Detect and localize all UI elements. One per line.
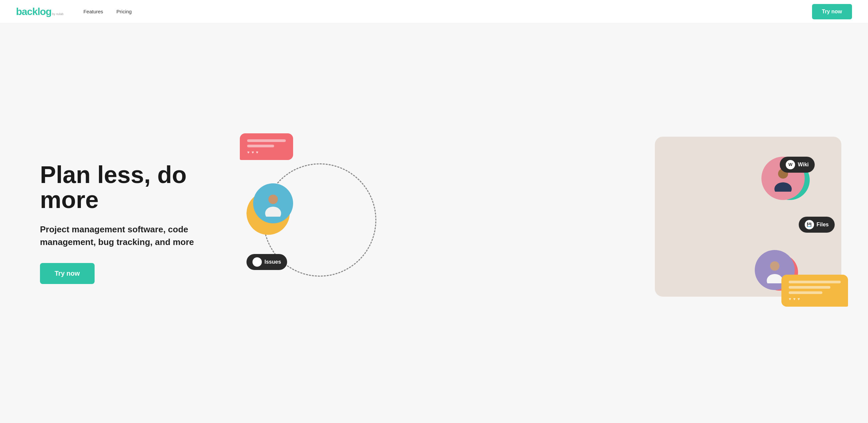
logo[interactable]: backlog by nulab bbox=[16, 6, 63, 17]
files-icon-glyph: 💾 bbox=[807, 222, 812, 227]
pricing-link[interactable]: Pricing bbox=[117, 9, 132, 14]
issues-icon-glyph: ≡ bbox=[256, 260, 258, 264]
chat-y-line-1 bbox=[789, 281, 841, 283]
chat-line-2 bbox=[247, 145, 274, 147]
svg-point-1 bbox=[265, 207, 281, 217]
nav-try-now-button[interactable]: Try now bbox=[812, 4, 852, 19]
hero-section: Plan less, do more Project management so… bbox=[0, 23, 868, 423]
wiki-label: Wiki bbox=[798, 162, 809, 168]
logo-text: backlog bbox=[16, 6, 51, 17]
issues-pill: ≡ Issues bbox=[246, 254, 287, 270]
issues-label: Issues bbox=[265, 259, 281, 265]
heart-y-1: ♥ bbox=[789, 297, 791, 301]
wiki-icon: W bbox=[786, 160, 795, 169]
svg-point-2 bbox=[269, 195, 278, 204]
heart-y-3: ♥ bbox=[797, 297, 800, 301]
issues-icon: ≡ bbox=[252, 257, 262, 267]
files-pill: 💾 Files bbox=[799, 217, 835, 233]
chat-y-line-3 bbox=[789, 291, 823, 294]
hero-description: Project management software, code manage… bbox=[40, 223, 200, 248]
files-icon: 💾 bbox=[805, 220, 814, 229]
avatar-1-photo bbox=[253, 183, 293, 223]
heart-3: ♥ bbox=[256, 150, 258, 155]
chat-y-line-2 bbox=[789, 286, 830, 289]
wiki-icon-letter: W bbox=[788, 162, 793, 167]
chat-line-1 bbox=[247, 139, 286, 142]
nav-links: Features Pricing bbox=[83, 9, 812, 14]
chat-y-hearts: ♥ ♥ ♥ bbox=[789, 297, 841, 301]
hero-title: Plan less, do more bbox=[40, 162, 200, 213]
heart-1: ♥ bbox=[247, 150, 249, 155]
hero-illustration: ♥ ♥ ♥ ♥ ♥ ♥ bbox=[220, 130, 841, 317]
svg-point-6 bbox=[767, 274, 783, 283]
avatar-1 bbox=[253, 183, 293, 223]
files-label: Files bbox=[817, 222, 829, 228]
navbar: backlog by nulab Features Pricing Try no… bbox=[0, 0, 868, 23]
hero-content: Plan less, do more Project management so… bbox=[40, 162, 200, 284]
logo-sub: by nulab bbox=[52, 12, 63, 16]
heart-2: ♥ bbox=[251, 150, 254, 155]
svg-point-4 bbox=[774, 182, 792, 192]
wiki-pill: W Wiki bbox=[780, 157, 815, 173]
chat-hearts: ♥ ♥ ♥ bbox=[247, 150, 286, 155]
hero-try-now-button[interactable]: Try now bbox=[40, 263, 95, 284]
chat-bubble-red: ♥ ♥ ♥ bbox=[240, 133, 293, 160]
chat-bubble-yellow: ♥ ♥ ♥ bbox=[781, 275, 848, 307]
svg-point-5 bbox=[770, 261, 779, 271]
features-link[interactable]: Features bbox=[83, 9, 103, 14]
heart-y-2: ♥ bbox=[793, 297, 796, 301]
